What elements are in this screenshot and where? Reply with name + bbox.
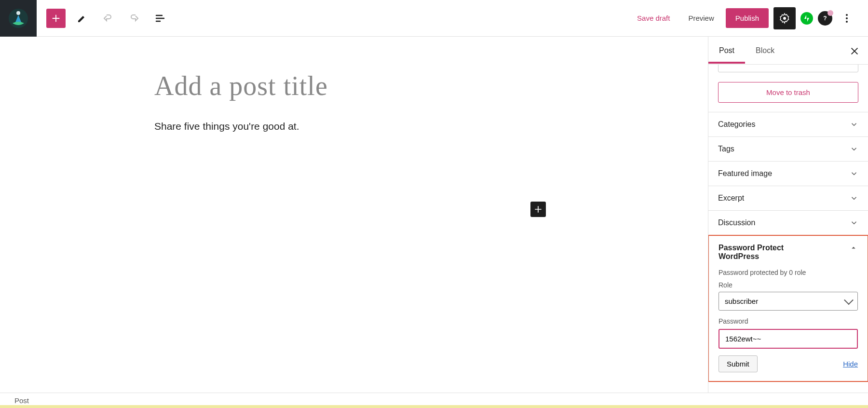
chevron-down-icon xyxy=(850,169,858,178)
list-icon xyxy=(154,13,166,24)
tool-group xyxy=(37,9,170,28)
undo-icon xyxy=(102,13,114,24)
panel-excerpt[interactable]: Excerpt xyxy=(708,186,868,211)
panel-password-protect: Password Protect WordPress Password prot… xyxy=(708,235,868,382)
help-button[interactable]: ? xyxy=(818,11,832,26)
footer-breadcrumb: Post xyxy=(0,393,868,408)
redo-icon xyxy=(128,13,140,24)
chevron-down-icon xyxy=(850,194,858,203)
add-block-button[interactable] xyxy=(46,9,66,28)
hide-link[interactable]: Hide xyxy=(843,360,858,368)
main-area: Share five things you're good at. Post B… xyxy=(0,37,868,393)
close-icon xyxy=(849,46,860,56)
panel-label: Password Protect WordPress xyxy=(719,244,805,261)
plus-icon xyxy=(533,204,543,214)
svg-point-5 xyxy=(846,17,848,19)
gear-icon xyxy=(779,13,790,24)
framed-box[interactable] xyxy=(718,65,858,72)
panel-discussion[interactable]: Discussion xyxy=(708,211,868,235)
outline-button[interactable] xyxy=(150,9,170,28)
site-logo[interactable] xyxy=(0,0,37,37)
panel-label: Excerpt xyxy=(718,194,744,203)
close-sidebar-button[interactable] xyxy=(846,42,863,60)
ppw-actions: Submit Hide xyxy=(719,355,858,372)
password-label: Password xyxy=(719,317,858,325)
tab-post[interactable]: Post xyxy=(708,38,745,64)
question-icon: ? xyxy=(821,14,829,22)
panel-tags[interactable]: Tags xyxy=(708,137,868,162)
plus-icon xyxy=(51,13,61,24)
chevron-down-icon xyxy=(850,145,858,153)
undo-button[interactable] xyxy=(98,9,118,28)
role-select[interactable]: subscriber xyxy=(719,292,858,311)
panel-label: Discussion xyxy=(718,218,755,227)
tab-block[interactable]: Block xyxy=(745,38,785,64)
publish-button[interactable]: Publish xyxy=(726,8,769,28)
ppw-status: Password protected by 0 role xyxy=(719,269,858,276)
post-title-input[interactable] xyxy=(154,70,679,101)
pencil-icon xyxy=(76,13,88,24)
chevron-down-icon xyxy=(850,218,858,227)
preview-button[interactable]: Preview xyxy=(681,9,720,27)
sidebar-body: Move to trash Categories Tags Featured i… xyxy=(708,65,868,393)
more-vertical-icon xyxy=(841,13,853,24)
panel-categories[interactable]: Categories xyxy=(708,112,868,137)
svg-text:?: ? xyxy=(823,15,827,22)
writing-prompt: Share five things you're good at. xyxy=(154,121,679,132)
truncated-panel: Move to trash xyxy=(708,65,868,103)
meditation-icon xyxy=(8,8,29,29)
triangle-up-icon xyxy=(849,244,858,252)
breadcrumb-item[interactable]: Post xyxy=(14,396,29,405)
svg-point-6 xyxy=(846,21,848,23)
panel-featured-image[interactable]: Featured image xyxy=(708,162,868,186)
jetpack-icon xyxy=(803,14,811,22)
svg-point-2 xyxy=(783,17,786,20)
svg-point-1 xyxy=(16,11,20,15)
sidebar-tabs: Post Block xyxy=(708,37,868,65)
settings-sidebar: Post Block Move to trash Categories Tags xyxy=(708,37,868,393)
jetpack-button[interactable] xyxy=(800,12,813,25)
submit-button[interactable]: Submit xyxy=(719,355,758,372)
svg-point-4 xyxy=(846,14,848,16)
edit-tool-button[interactable] xyxy=(72,9,92,28)
toolbar-right: Save draft Preview Publish ? xyxy=(630,7,868,29)
redo-button[interactable] xyxy=(124,9,144,28)
insert-block-button[interactable] xyxy=(530,202,546,217)
move-to-trash-button[interactable]: Move to trash xyxy=(718,82,858,103)
panel-label: Featured image xyxy=(718,169,772,178)
top-toolbar: Save draft Preview Publish ? xyxy=(0,0,868,37)
divider xyxy=(708,103,868,112)
role-label: Role xyxy=(719,281,858,289)
more-options-button[interactable] xyxy=(837,9,856,28)
chevron-down-icon xyxy=(850,120,858,129)
role-select-wrap: subscriber xyxy=(719,292,858,311)
ppw-header[interactable]: Password Protect WordPress xyxy=(709,236,868,269)
password-input[interactable] xyxy=(719,329,858,349)
ppw-body: Password protected by 0 role Role subscr… xyxy=(709,269,868,381)
save-draft-button[interactable]: Save draft xyxy=(630,9,677,27)
editor-canvas[interactable]: Share five things you're good at. xyxy=(0,37,708,393)
settings-button[interactable] xyxy=(773,7,796,29)
panel-label: Tags xyxy=(718,145,734,153)
panel-label: Categories xyxy=(718,120,755,129)
toolbar-left xyxy=(0,0,170,36)
